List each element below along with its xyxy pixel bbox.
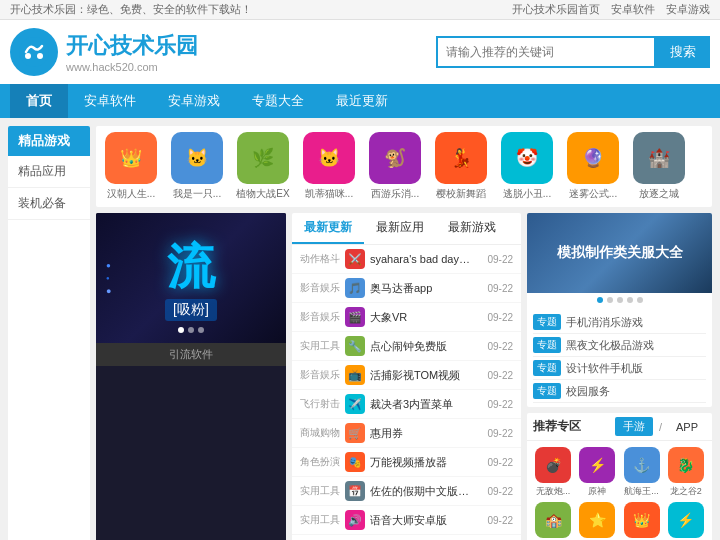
nav-item-android-game[interactable]: 安卓游戏 (152, 84, 236, 118)
rec-dot-5[interactable] (637, 297, 643, 303)
rec-zone-item[interactable]: 💣 无敌炮... (533, 447, 573, 498)
rec-item[interactable]: 专题 设计软件手机版 (533, 357, 706, 380)
list-item[interactable]: 实用工具 🔊 语音大师安卓版 09-22 (292, 506, 521, 535)
rec-zone-tab-game[interactable]: 手游 (615, 417, 653, 436)
tab-item-cat: 影音娱乐 (300, 310, 345, 324)
tab-latest-games[interactable]: 最新游戏 (436, 213, 508, 244)
tab-item-date: 09-22 (478, 428, 513, 439)
sidebar-item-apps[interactable]: 精品应用 (8, 156, 90, 188)
search-button[interactable]: 搜索 (656, 36, 710, 68)
tab-item-cat: 影音娱乐 (300, 368, 345, 382)
rec-zone-label: 龙之谷2 (666, 485, 706, 498)
tab-item-icon: ⚔️ (345, 249, 365, 269)
rec-item[interactable]: 专题 手机消消乐游戏 (533, 311, 706, 334)
banner-footer: 引流软件 (96, 343, 286, 366)
app-icon-mist[interactable]: 🔮 迷雾公式... (562, 132, 624, 201)
main-content: 精品游戏 精品应用 装机必备 👑 汉朝人生... 🐱 我是一只... 🌿 植物大… (0, 118, 720, 540)
list-item[interactable]: 实用工具 🔧 点心闹钟免费版 09-22 (292, 332, 521, 361)
top-bar-soft-link[interactable]: 安卓软件 (611, 3, 655, 15)
tab-item-icon: 🎵 (345, 278, 365, 298)
tab-item-date: 09-22 (478, 370, 513, 381)
rec-zone-tab-app[interactable]: APP (668, 419, 706, 435)
rec-tag: 专题 (533, 314, 561, 330)
app-icon-label-plants: 植物大战EX (232, 187, 294, 201)
nav-item-home[interactable]: 首页 (10, 84, 68, 118)
tab-item-icon: 🎭 (345, 452, 365, 472)
search-bar: 搜索 (436, 36, 710, 68)
list-item[interactable]: 角色扮演 🎭 万能视频播放器 09-22 (292, 448, 521, 477)
tab-item-cat: 飞行射击 (300, 397, 345, 411)
app-icons-row: 👑 汉朝人生... 🐱 我是一只... 🌿 植物大战EX 🐱 凯蒂猫咪... 🐒… (96, 126, 712, 207)
app-icon-label-exile: 放逐之城 (628, 187, 690, 201)
banner-dot-1[interactable] (178, 327, 184, 333)
tab-item-date: 09-22 (478, 486, 513, 497)
list-item[interactable]: 影音娱乐 🎵 奥马达番app 09-22 (292, 274, 521, 303)
sidebar-header: 精品游戏 (8, 126, 90, 156)
list-item[interactable]: 飞行射击 ✈️ 裁决者3内置菜单 09-22 (292, 390, 521, 419)
app-icon-label-cat: 我是一只... (166, 187, 228, 201)
list-item[interactable]: 影音娱乐 🎬 大象VR 09-22 (292, 303, 521, 332)
list-item[interactable]: 实用工具 📅 佐佐的假期中文版手游 09-22 (292, 477, 521, 506)
app-icon-img-dance: 💃 (435, 132, 487, 184)
app-icon-exile[interactable]: 🏰 放逐之城 (628, 132, 690, 201)
nav-item-android-soft[interactable]: 安卓软件 (68, 84, 152, 118)
banner-dot-2[interactable] (188, 327, 194, 333)
app-icon-img-clown: 🤡 (501, 132, 553, 184)
app-icon-clown[interactable]: 🤡 逃脱小丑... (496, 132, 558, 201)
rec-zone-item[interactable]: 👑 宫廷心计2 (622, 502, 662, 540)
rec-dot-3[interactable] (617, 297, 623, 303)
tab-item-name: 奥马达番app (370, 281, 478, 296)
rec-zone-icon: 🐉 (668, 447, 704, 483)
app-icon-cat[interactable]: 🐱 我是一只... (166, 132, 228, 201)
list-item[interactable]: 动作格斗 ⚔️ syahara's bad day正版 09-22 (292, 245, 521, 274)
rec-zone-item[interactable]: 🏫 异人学园 (533, 502, 573, 540)
top-bar-home-link[interactable]: 开心技术乐园首页 (512, 3, 600, 15)
sidebar-item-essentials[interactable]: 装机必备 (8, 188, 90, 220)
rec-zone-item[interactable]: ⚓ 航海王... (622, 447, 662, 498)
rec-dot-1[interactable] (597, 297, 603, 303)
rec-zone-icon: ⚡ (579, 447, 615, 483)
tab-item-cat: 影音娱乐 (300, 281, 345, 295)
rec-zone-label: 无敌炮... (533, 485, 573, 498)
rec-zone-item[interactable]: ⚡ 原神 (577, 447, 617, 498)
rec-zone-item[interactable]: ⚡ 雷霆前线 (666, 502, 706, 540)
search-input[interactable] (436, 36, 656, 68)
tab-latest-update[interactable]: 最新更新 (292, 213, 364, 244)
app-icon-xiyou[interactable]: 🐒 西游乐消... (364, 132, 426, 201)
app-icon-hanchao[interactable]: 👑 汉朝人生... (100, 132, 162, 201)
tab-item-name: 万能视频播放器 (370, 455, 478, 470)
app-icon-label-xiyou: 西游乐消... (364, 187, 426, 201)
rec-dot-4[interactable] (627, 297, 633, 303)
recommended-theme: 模拟制作类关服大全 专题 手机消消乐游戏 (527, 213, 712, 407)
tab-item-icon: ✈️ (345, 394, 365, 414)
app-icon-kitty[interactable]: 🐱 凯蒂猫咪... (298, 132, 360, 201)
tab-item-name: 点心闹钟免费版 (370, 339, 478, 354)
tab-item-cat: 动作格斗 (300, 252, 345, 266)
rec-zone-item[interactable]: ⭐ 奥拉星 (577, 502, 617, 540)
rec-item[interactable]: 专题 黑夜文化极品游戏 (533, 334, 706, 357)
rec-zone-item[interactable]: 🐉 龙之谷2 (666, 447, 706, 498)
tab-item-icon: 📅 (345, 481, 365, 501)
rec-item[interactable]: 专题 校园服务 (533, 380, 706, 403)
tab-latest-apps[interactable]: 最新应用 (364, 213, 436, 244)
nav-item-recent[interactable]: 最近更新 (320, 84, 404, 118)
list-item[interactable]: 影音娱乐 📺 活捕影视TOM视频 09-22 (292, 361, 521, 390)
tab-item-cat: 实用工具 (300, 513, 345, 527)
header: 开心技术乐园 www.hack520.com 搜索 (0, 20, 720, 84)
list-item[interactable]: 商城购物 🛒 惠用券 09-22 (292, 419, 521, 448)
tab-item-icon: 🎬 (345, 307, 365, 327)
tabs-section: 最新更新 最新应用 最新游戏 动作格斗 ⚔️ syahara's bad day… (292, 213, 521, 540)
app-icon-plants[interactable]: 🌿 植物大战EX (232, 132, 294, 201)
rec-dot-2[interactable] (607, 297, 613, 303)
app-icon-img-kitty: 🐱 (303, 132, 355, 184)
rec-banner-text: 模拟制作类关服大全 (557, 244, 683, 262)
banner-dot-3[interactable] (198, 327, 204, 333)
rec-zone-grid: 💣 无敌炮... ⚡ 原神 ⚓ 航海王... 🐉 (527, 441, 712, 540)
nav-item-topics[interactable]: 专题大全 (236, 84, 320, 118)
rec-zone-icon: ⚓ (624, 447, 660, 483)
rec-zone-label: 原神 (577, 485, 617, 498)
app-icon-dance[interactable]: 💃 樱校新舞蹈 (430, 132, 492, 201)
app-icon-label-mist: 迷雾公式... (562, 187, 624, 201)
top-bar-game-link[interactable]: 安卓游戏 (666, 3, 710, 15)
app-icon-img-plants: 🌿 (237, 132, 289, 184)
